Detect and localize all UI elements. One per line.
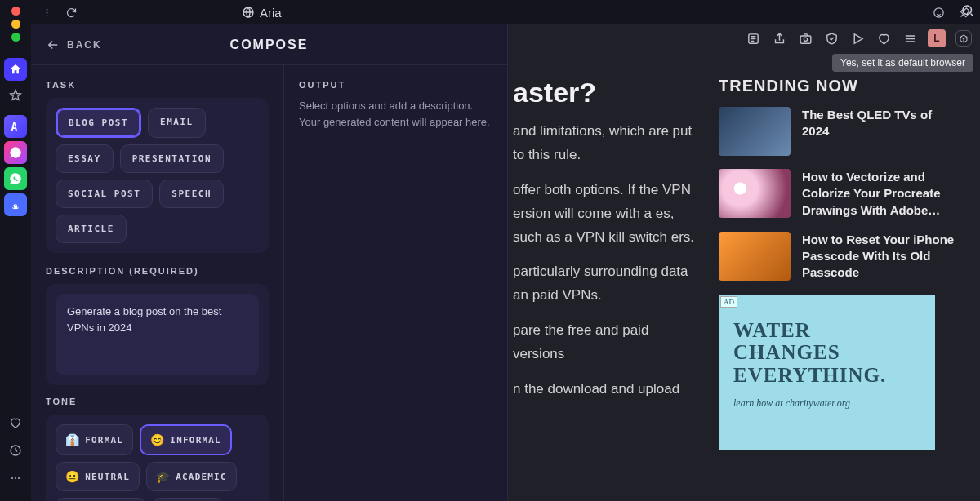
camera-icon[interactable] — [797, 30, 813, 47]
main-area: Aria BACK COMPOSE TASK — [31, 0, 980, 501]
article-content: aster? and limitations, which are put to… — [513, 77, 710, 501]
output-section-label: OUTPUT — [299, 80, 492, 90]
compose-panel: BACK COMPOSE TASK BLOG POST EMAIL ESSAY … — [31, 24, 508, 501]
task-presentation[interactable]: PRESENTATION — [120, 144, 224, 173]
trending-heading: TRENDING NOW — [719, 77, 956, 95]
task-social-post[interactable]: SOCIAL POST — [56, 180, 153, 208]
trending-thumb — [719, 107, 791, 156]
cube-icon[interactable] — [956, 30, 972, 47]
svg-point-4 — [46, 8, 47, 10]
svg-point-2 — [15, 477, 16, 479]
briefcase-emoji: 👔 — [65, 433, 80, 446]
svg-point-12 — [804, 38, 807, 41]
article-heading-fragment: aster? — [513, 77, 702, 109]
kebab-menu-icon[interactable] — [38, 3, 56, 21]
app-ai-icon[interactable] — [4, 115, 27, 138]
compose-title: COMPOSE — [230, 38, 309, 52]
ad-subtext: learn how at charitywater.org — [733, 397, 920, 410]
play-icon[interactable] — [849, 30, 866, 47]
back-button[interactable]: BACK — [46, 38, 102, 52]
task-section-label: TASK — [46, 80, 269, 90]
tab-title-text: Aria — [260, 6, 282, 20]
description-input[interactable]: Generate a blog post on the best VPNs in… — [56, 294, 259, 375]
list-icon[interactable] — [902, 30, 918, 47]
task-card: BLOG POST EMAIL ESSAY PRESENTATION SOCIA… — [46, 98, 269, 253]
tone-academic[interactable]: 🎓 ACADEMIC — [146, 462, 237, 491]
task-email[interactable]: EMAIL — [148, 108, 206, 138]
compose-output-column: OUTPUT Select options and add a descript… — [284, 65, 507, 501]
compose-header: BACK COMPOSE — [31, 24, 507, 65]
default-browser-tooltip: Yes, set it as default browser — [832, 54, 973, 72]
search-icon[interactable] — [960, 3, 975, 21]
task-article[interactable]: ARTICLE — [56, 215, 127, 243]
app-amazon-icon[interactable] — [4, 193, 27, 216]
article-p4: pare the free and paid versions — [513, 319, 702, 366]
description-section-label: DESCRIPTION (REQUIRED) — [46, 266, 269, 276]
task-essay[interactable]: ESSAY — [56, 144, 114, 173]
svg-point-8 — [933, 7, 942, 16]
tone-formal-label: FORMAL — [85, 435, 123, 446]
neutral-emoji: 😐 — [65, 470, 80, 483]
compose-left-column: TASK BLOG POST EMAIL ESSAY PRESENTATION … — [31, 65, 284, 501]
tone-neutral[interactable]: 😐 NEUTRAL — [56, 462, 140, 491]
tone-informal-label: INFORMAL — [170, 435, 221, 446]
graduation-emoji: 🎓 — [156, 470, 171, 483]
svg-rect-11 — [800, 35, 811, 42]
article-p3: particularly surrounding data an paid VP… — [513, 260, 702, 308]
ad-headline: WATER CHANGES EVERYTHING. — [733, 319, 920, 387]
reload-icon[interactable] — [62, 3, 80, 21]
trending-title-text: How to Reset Your iPhone Passcode With I… — [802, 232, 956, 282]
svg-point-5 — [46, 11, 47, 13]
share-icon[interactable] — [771, 30, 787, 47]
back-label: BACK — [67, 39, 102, 51]
svg-point-3 — [18, 477, 20, 479]
window-controls — [11, 7, 20, 42]
tab-bar: Aria — [31, 0, 980, 24]
maximize-window-button[interactable] — [11, 33, 20, 42]
minimize-window-button[interactable] — [11, 20, 20, 29]
smiling-emoji: 😊 — [150, 433, 165, 446]
description-card: Generate a blog post on the best VPNs in… — [46, 284, 269, 385]
star-icon[interactable] — [4, 84, 27, 107]
advertisement[interactable]: AD WATER CHANGES EVERYTHING. learn how a… — [719, 295, 935, 450]
article-p1: and limitations, which are put to this r… — [513, 120, 702, 167]
globe-icon — [242, 6, 255, 19]
ad-badge: AD — [720, 296, 737, 308]
trending-thumb — [719, 169, 791, 218]
tone-informal[interactable]: 😊 INFORMAL — [140, 424, 232, 455]
left-rail — [0, 0, 31, 501]
home-icon[interactable] — [4, 58, 27, 81]
task-speech[interactable]: SPEECH — [159, 180, 224, 208]
history-icon[interactable] — [4, 439, 27, 462]
tone-funny[interactable]: 😂 FUNNY — [153, 498, 224, 501]
trending-title-text: The Best QLED TVs of 2024 — [802, 107, 956, 156]
trending-item[interactable]: How to Vectorize and Colorize Your Procr… — [719, 169, 956, 219]
user-avatar[interactable]: L — [928, 29, 946, 47]
more-icon[interactable] — [4, 467, 27, 490]
svg-point-1 — [11, 477, 13, 479]
tone-business[interactable]: 😎 BUSINESS — [56, 498, 146, 501]
heart-icon[interactable] — [4, 411, 27, 434]
article-p2: offer both options. If the VPN ersion wi… — [513, 179, 702, 250]
trending-item[interactable]: The Best QLED TVs of 2024 — [719, 107, 956, 156]
tone-card: 👔 FORMAL 😊 INFORMAL 😐 NEUTRAL — [46, 415, 269, 501]
trending-thumb — [719, 232, 791, 281]
emoji-icon[interactable] — [929, 3, 947, 21]
svg-point-6 — [46, 15, 47, 16]
shield-icon[interactable] — [823, 30, 840, 47]
tone-academic-label: ACADEMIC — [176, 472, 227, 482]
tone-neutral-label: NEUTRAL — [85, 472, 130, 482]
trending-item[interactable]: How to Reset Your iPhone Passcode With I… — [719, 232, 956, 282]
tab-title: Aria — [242, 6, 282, 20]
trending-title-text: How to Vectorize and Colorize Your Procr… — [802, 169, 956, 219]
app-whatsapp-icon[interactable] — [4, 167, 27, 190]
heart-outline-icon[interactable] — [875, 30, 892, 47]
task-blog-post[interactable]: BLOG POST — [56, 108, 141, 138]
tone-formal[interactable]: 👔 FORMAL — [56, 424, 133, 455]
close-window-button[interactable] — [11, 7, 20, 16]
reader-icon[interactable] — [745, 30, 761, 47]
app-messenger-icon[interactable] — [4, 141, 27, 164]
tone-section-label: TONE — [46, 397, 269, 406]
output-placeholder: Select options and add a description. Yo… — [299, 98, 492, 130]
trending-sidebar: TRENDING NOW The Best QLED TVs of 2024 H… — [710, 77, 980, 501]
